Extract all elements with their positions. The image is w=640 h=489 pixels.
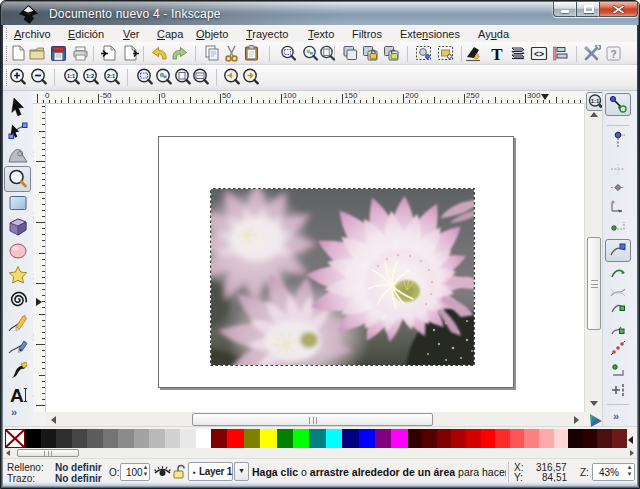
svg-text:1:1: 1:1: [67, 73, 75, 79]
svg-text:2:1: 2:1: [107, 73, 115, 79]
svg-text:1:1: 1:1: [591, 98, 600, 104]
svg-text:<>: <>: [534, 49, 544, 59]
svg-text:1:2: 1:2: [86, 73, 94, 79]
svg-text:A: A: [10, 385, 24, 406]
svg-text:?: ?: [610, 49, 616, 60]
svg-text:T: T: [491, 45, 503, 62]
